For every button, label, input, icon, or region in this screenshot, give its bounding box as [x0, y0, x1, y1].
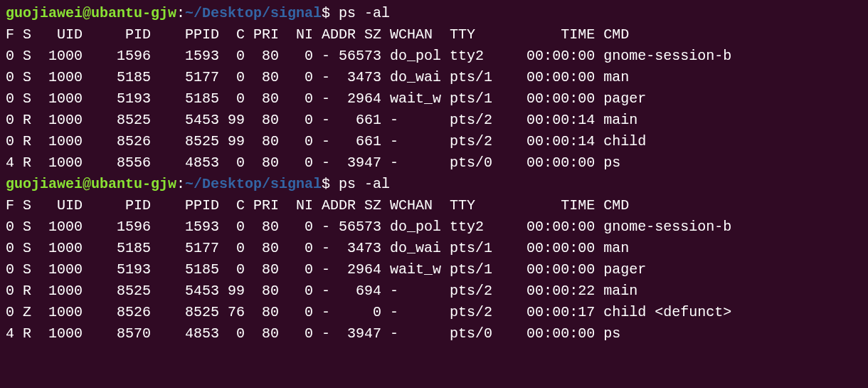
table-row: 0 S 1000 1596 1593 0 80 0 - 56573 do_pol… [6, 219, 731, 235]
prompt-user: guojiawei@ubantu-gjw [6, 176, 176, 192]
prompt-colon: : [176, 176, 185, 192]
prompt-path: ~/Desktop/signal [185, 5, 322, 21]
table-row: 0 S 1000 5185 5177 0 80 0 - 3473 do_wai … [6, 69, 629, 85]
table-row: 0 R 1000 8525 5453 99 80 0 - 694 - pts/2… [6, 283, 637, 299]
table-header: F S UID PID PPID C PRI NI ADDR SZ WCHAN … [6, 26, 629, 43]
terminal-output[interactable]: guojiawei@ubantu-gjw:~/Desktop/signal$ p… [6, 3, 862, 345]
table-row: 4 R 1000 8556 4853 0 80 0 - 3947 - pts/0… [6, 154, 620, 171]
prompt-colon: : [176, 5, 185, 21]
prompt-dollar: $ [322, 5, 330, 21]
table-row: 0 S 1000 5193 5185 0 80 0 - 2964 wait_w … [6, 261, 646, 278]
prompt-path: ~/Desktop/signal [185, 176, 322, 192]
prompt-user: guojiawei@ubantu-gjw [6, 5, 176, 21]
table-row: 0 R 1000 8525 5453 99 80 0 - 661 - pts/2… [6, 112, 637, 128]
table-row: 0 S 1000 5185 5177 0 80 0 - 3473 do_wai … [6, 240, 629, 256]
table-row: 4 R 1000 8570 4853 0 80 0 - 3947 - pts/0… [6, 325, 620, 342]
command-text: ps -al [330, 176, 390, 192]
table-row: 0 Z 1000 8526 8525 76 80 0 - 0 - pts/2 0… [6, 304, 731, 320]
prompt-dollar: $ [322, 176, 330, 192]
command-text: ps -al [330, 5, 390, 21]
table-row: 0 S 1000 1596 1593 0 80 0 - 56573 do_pol… [6, 48, 731, 64]
table-row: 0 S 1000 5193 5185 0 80 0 - 2964 wait_w … [6, 90, 646, 107]
table-header: F S UID PID PPID C PRI NI ADDR SZ WCHAN … [6, 197, 629, 214]
table-row: 0 R 1000 8526 8525 99 80 0 - 661 - pts/2… [6, 133, 646, 150]
